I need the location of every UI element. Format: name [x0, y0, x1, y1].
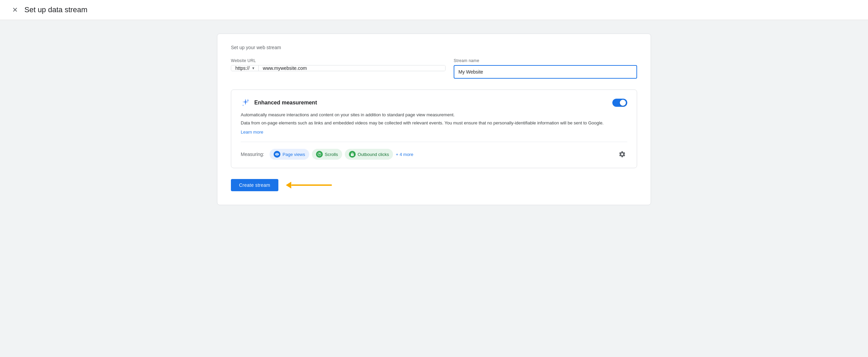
website-url-input[interactable]: [259, 65, 445, 71]
eye-icon: [274, 151, 280, 158]
create-stream-button[interactable]: Create stream: [231, 179, 278, 191]
more-link[interactable]: + 4 more: [396, 152, 413, 157]
measuring-row: Measuring: Page views: [241, 142, 627, 160]
dialog-header: ✕ Set up data stream: [0, 0, 868, 20]
enhanced-description: Automatically measure interactions and c…: [241, 112, 627, 118]
section-label: Set up your web stream: [231, 45, 637, 50]
enhanced-header: Enhanced measurement ✓: [241, 98, 627, 107]
measuring-label: Measuring:: [241, 152, 264, 157]
actions-row: Create stream: [231, 179, 637, 191]
arrow-shaft: [291, 184, 332, 186]
measuring-chips: Page views Scrolls: [270, 149, 613, 160]
enhanced-title: Enhanced measurement: [254, 100, 317, 106]
chip-outbound-clicks-label: Outbound clicks: [358, 152, 389, 157]
toggle-check-icon: ✓: [622, 100, 625, 105]
chip-page-views-label: Page views: [282, 152, 305, 157]
close-icon[interactable]: ✕: [11, 6, 19, 14]
stream-name-input[interactable]: [454, 65, 637, 79]
chevron-down-icon: ▾: [252, 66, 254, 71]
page-content: Set up your web stream Website URL https…: [0, 20, 868, 357]
enhanced-note: Data from on-page elements such as links…: [241, 120, 627, 126]
website-url-group: Website URL https:// ▾: [231, 58, 446, 71]
enhanced-measurement-card: Enhanced measurement ✓ Automatically mea…: [231, 90, 637, 168]
lock-icon: [349, 151, 356, 158]
stream-name-label: Stream name: [454, 58, 637, 63]
enhanced-toggle[interactable]: ✓: [612, 99, 627, 107]
chip-scrolls: Scrolls: [312, 149, 342, 160]
settings-gear-button[interactable]: [617, 149, 627, 159]
main-card: Set up your web stream Website URL https…: [217, 34, 651, 205]
sparkle-icon: [241, 98, 250, 107]
stream-name-group: Stream name: [454, 58, 637, 79]
url-input-row: https:// ▾: [231, 65, 446, 71]
protocol-select[interactable]: https:// ▾: [231, 65, 259, 71]
website-url-label: Website URL: [231, 58, 446, 63]
chip-scrolls-label: Scrolls: [325, 152, 338, 157]
dialog-title: Set up data stream: [24, 5, 87, 14]
chip-page-views: Page views: [270, 149, 309, 160]
compass-icon: [316, 151, 323, 158]
protocol-value: https://: [235, 65, 250, 71]
form-row: Website URL https:// ▾ Stream name: [231, 58, 637, 79]
chip-outbound-clicks: Outbound clicks: [345, 149, 393, 160]
arrow-annotation: [287, 182, 332, 189]
learn-more-link[interactable]: Learn more: [241, 130, 263, 135]
arrow-head: [286, 182, 291, 189]
enhanced-title-row: Enhanced measurement: [241, 98, 317, 107]
